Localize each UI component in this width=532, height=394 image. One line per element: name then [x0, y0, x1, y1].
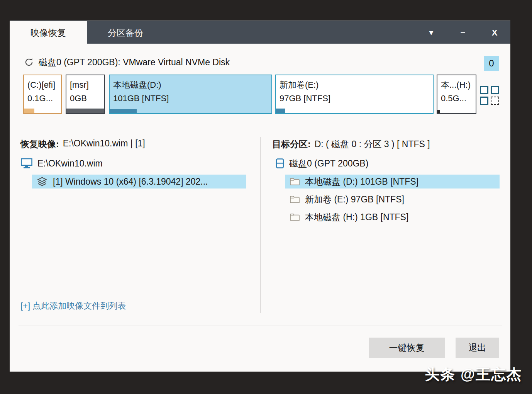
target-partition-row-label: 新加卷 (E:) 97GB [NTFS] — [305, 194, 404, 205]
tab-partition-backup[interactable]: 分区备份 — [87, 21, 164, 44]
restore-image-label-row: 恢复映像: E:\OKwin10.wim | [1] — [20, 138, 145, 150]
target-partition-value: D: ( 磁盘 0 : 分区 3 ) [ NTFS ] — [315, 138, 430, 150]
separator — [19, 326, 502, 326]
partition-name: (C:)[efi] — [27, 78, 58, 92]
partition-name: [msr] — [70, 78, 101, 92]
partition-name: 新加卷(E:) — [280, 78, 429, 92]
watermark: 头条 @王忘杰 — [425, 365, 522, 384]
wim-file-path: E:\OKwin10.wim — [37, 158, 103, 169]
menu-dropdown-button[interactable]: ▼ — [415, 29, 447, 37]
partition-block-e[interactable]: 新加卷(E:) 97GB [NTFS] — [275, 75, 434, 114]
overflow-square-dashed[interactable] — [491, 97, 499, 105]
target-partition-row-d-selected[interactable]: 本地磁盘 (D:) 101GB [NTFS] — [285, 175, 500, 189]
restore-image-label: 恢复映像: — [20, 138, 59, 150]
restore-image-value: E:\OKwin10.wim | [1] — [63, 138, 145, 150]
partition-size: 0GB — [70, 92, 101, 105]
disk-header: 磁盘0 (GPT 200GB): VMware Virtual NVMe Dis… — [24, 56, 230, 68]
refresh-icon[interactable] — [24, 57, 34, 67]
wim-image-item-selected[interactable]: [1] Windows 10 (x64) [6.3.19042] 202... — [32, 175, 246, 189]
close-button[interactable]: X — [479, 28, 510, 38]
partition-size: 101GB [NTFS] — [113, 92, 268, 105]
disk-title: 磁盘0 (GPT 200GB): VMware Virtual NVMe Dis… — [39, 56, 230, 68]
folder-icon — [290, 213, 300, 221]
window-controls: ▼ − X — [415, 21, 510, 44]
target-partition-row-label: 本地磁盘 (H:) 1GB [NTFS] — [305, 211, 408, 223]
wim-image-item-label: [1] Windows 10 (x64) [6.3.19042] 202... — [53, 177, 208, 187]
target-partition-row-e[interactable]: 新加卷 (E:) 97GB [NTFS] — [285, 192, 500, 206]
partition-name: 本...(H:) — [441, 78, 472, 92]
partition-size: 0.1G... — [27, 92, 58, 105]
overflow-square[interactable] — [491, 86, 499, 94]
tab-image-restore[interactable]: 映像恢复 — [10, 21, 87, 44]
partition-usage-bar — [24, 109, 34, 113]
partition-usage-bar — [110, 109, 137, 113]
titlebar: 映像恢复 分区备份 ▼ − X — [10, 20, 510, 44]
status-badge: 0 — [484, 56, 499, 71]
partition-usage-bar — [66, 109, 104, 113]
target-partition-label-row: 目标分区: D: ( 磁盘 0 : 分区 3 ) [ NTFS ] — [272, 138, 430, 150]
target-partition-row-label: 本地磁盘 (D:) 101GB [NTFS] — [305, 176, 418, 188]
panel-divider — [260, 137, 261, 313]
target-partition-row-h[interactable]: 本地磁盘 (H:) 1GB [NTFS] — [285, 210, 500, 224]
target-disk-tree-root[interactable]: 磁盘0 (GPT 200GB) — [275, 156, 368, 170]
layers-icon — [37, 176, 47, 187]
partition-usage-bar — [276, 109, 285, 113]
overflow-square[interactable] — [480, 86, 488, 94]
partition-size: 97GB [NTFS] — [280, 92, 429, 105]
target-disk-label: 磁盘0 (GPT 200GB) — [289, 158, 368, 170]
partition-usage-bar — [437, 110, 440, 113]
overflow-partition-squares — [480, 86, 500, 105]
screen: { "window": { "controls": { "menu": "▼",… — [0, 0, 532, 394]
partition-block-d-selected[interactable]: 本地磁盘(D:) 101GB [NTFS] — [109, 75, 272, 114]
add-image-link[interactable]: [+] 点此添加映像文件到列表 — [20, 300, 126, 312]
monitor-icon — [20, 158, 33, 169]
partition-name: 本地磁盘(D:) — [113, 78, 268, 92]
partition-block-h[interactable]: 本...(H:) 0.5G... — [437, 75, 476, 114]
partition-size: 0.5G... — [441, 92, 472, 105]
wim-file-tree-root[interactable]: E:\OKwin10.wim — [20, 156, 103, 170]
partition-block-c-efi[interactable]: (C:)[efi] 0.1G... — [23, 75, 62, 114]
partition-block-msr[interactable]: [msr] 0GB — [66, 75, 105, 114]
exit-button[interactable]: 退出 — [456, 338, 499, 358]
folder-icon — [290, 195, 300, 204]
target-partition-label: 目标分区: — [272, 138, 311, 150]
disk-drive-icon — [275, 158, 285, 169]
minimize-button[interactable]: − — [447, 28, 479, 38]
one-key-restore-button[interactable]: 一键恢复 — [369, 338, 445, 358]
separator — [19, 125, 502, 125]
folder-icon — [290, 177, 300, 186]
app-window: 映像恢复 分区备份 ▼ − X 磁盘0 (GPT 200GB): VMware … — [10, 20, 510, 372]
overflow-square[interactable] — [480, 97, 488, 105]
